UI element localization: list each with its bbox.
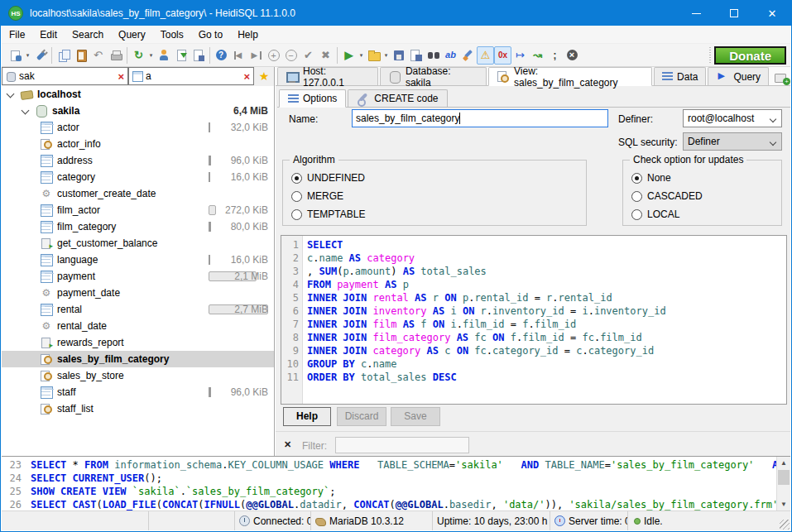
donate-button[interactable]: Donate xyxy=(714,46,786,65)
expand-chevron-icon[interactable] xyxy=(22,108,28,114)
sql-security-combobox[interactable]: Definer xyxy=(683,132,782,151)
clear-table-filter-icon[interactable]: × xyxy=(116,70,126,83)
algorithm-radio-undefined[interactable]: UNDEFINED xyxy=(291,172,365,184)
disconnect-icon[interactable] xyxy=(31,46,49,65)
close-filter-icon[interactable]: ✕ xyxy=(284,439,291,450)
tree-item-film_category[interactable]: film_category80,0 KiB xyxy=(2,218,274,235)
undo-icon[interactable]: ↶ xyxy=(89,46,107,65)
tab-query[interactable]: Query xyxy=(708,67,769,85)
save-sql-icon[interactable] xyxy=(390,46,407,65)
menu-item-query[interactable]: Query xyxy=(111,26,153,43)
tree-item-payment_date[interactable]: ⚙payment_date xyxy=(2,285,274,301)
tree-item-staff_list[interactable]: staff_list xyxy=(2,400,274,417)
scroll-up-icon[interactable]: ▲ xyxy=(777,457,790,469)
scroll-down-icon[interactable]: ▼ xyxy=(777,498,790,510)
tree-item-staff[interactable]: staff96,0 KiB xyxy=(2,384,274,400)
tab-data[interactable]: Data xyxy=(654,67,706,85)
help-icon[interactable] xyxy=(213,46,230,65)
table-filter-input[interactable]: sak × xyxy=(2,67,128,85)
execute-sql-icon[interactable]: ▶ xyxy=(340,46,358,65)
load-sql-file-dropdown-icon[interactable]: ▾ xyxy=(382,52,390,59)
log-scrollbar[interactable]: ▲ ▼ xyxy=(776,457,790,510)
reconnect-icon[interactable]: ↝ xyxy=(529,46,546,65)
algorithm-radio-merge[interactable]: MERGE xyxy=(291,190,343,202)
tree-item-actor_info[interactable]: actor_info xyxy=(2,136,274,152)
algorithm-radio-temptable[interactable]: TEMPTABLE xyxy=(291,208,365,220)
save-button[interactable]: Save xyxy=(391,407,440,426)
go-first-icon[interactable] xyxy=(230,46,247,65)
definer-combobox[interactable]: root@localhost xyxy=(683,109,782,127)
view-name-input[interactable]: sales_by_film_category xyxy=(352,109,608,127)
menu-item-search[interactable]: Search xyxy=(65,26,111,43)
tree-item-localhost[interactable]: localhost xyxy=(2,86,274,103)
tree-item-language[interactable]: language16,0 KiB xyxy=(2,252,274,268)
menu-item-edit[interactable]: Edit xyxy=(32,26,65,43)
bind-params-icon[interactable]: ⚠ xyxy=(477,46,494,65)
close-button[interactable]: ✕ xyxy=(753,1,791,26)
minimize-button[interactable] xyxy=(677,1,715,26)
replace-text-icon[interactable]: ab xyxy=(442,46,459,65)
session-manager-dropdown-icon[interactable]: ▾ xyxy=(24,52,31,59)
export-database-icon[interactable] xyxy=(172,46,190,65)
next-result-icon[interactable]: ↦ xyxy=(511,46,529,65)
menu-item-tools[interactable]: Tools xyxy=(153,26,191,43)
menu-item-file[interactable]: File xyxy=(2,26,32,43)
copy-icon[interactable] xyxy=(55,46,72,65)
check-option-radio-none[interactable]: None xyxy=(631,172,671,184)
reformat-sql-icon[interactable] xyxy=(459,46,477,65)
tree-item-address[interactable]: address96,0 KiB xyxy=(2,152,274,169)
tree-item-customer_create_date[interactable]: ⚙customer_create_date xyxy=(2,185,274,202)
delete-row-icon[interactable] xyxy=(282,46,300,65)
stop-query-icon[interactable] xyxy=(564,46,581,65)
discard-button[interactable]: Discard xyxy=(337,407,386,426)
tree-item-payment[interactable]: payment2,1 MiB xyxy=(2,268,274,285)
tree-item-sakila[interactable]: sakila6,4 MiB xyxy=(2,103,274,119)
tree-item-sales_by_film_category[interactable]: sales_by_film_category xyxy=(2,351,274,367)
column-filter-input[interactable]: a × xyxy=(128,67,254,85)
tree-item-actor[interactable]: actor32,0 KiB xyxy=(2,119,274,136)
new-query-tab-icon[interactable] xyxy=(774,72,790,85)
maximize-button[interactable] xyxy=(715,1,753,26)
refresh-icon[interactable]: ↻ xyxy=(130,46,147,65)
clear-column-filter-icon[interactable]: × xyxy=(242,70,252,83)
check-option-radio-cascaded[interactable]: CASCADED xyxy=(631,190,703,202)
cancel-editing-icon[interactable]: ✖ xyxy=(317,46,334,65)
session-manager-icon[interactable] xyxy=(7,46,24,65)
delimiter-icon[interactable]: ; xyxy=(546,46,564,65)
filter-input[interactable] xyxy=(335,437,469,453)
tree-item-rental_date[interactable]: ⚙rental_date xyxy=(2,318,274,334)
check-option-radio-local[interactable]: LOCAL xyxy=(631,208,679,220)
expand-chevron-icon[interactable] xyxy=(7,91,13,98)
help-button[interactable]: Help xyxy=(283,407,331,426)
resize-grip[interactable] xyxy=(780,520,790,530)
subtab-options[interactable]: Options xyxy=(279,89,346,108)
tab-view-sales-by-film-category[interactable]: View: sales_by_film_category xyxy=(488,67,652,86)
find-text-icon[interactable] xyxy=(425,46,442,65)
tree-item-category[interactable]: category16,0 KiB xyxy=(2,169,274,185)
favorites-star-icon[interactable]: ★ xyxy=(254,67,274,86)
user-manager-icon[interactable] xyxy=(155,46,172,65)
print-icon[interactable] xyxy=(107,46,124,65)
execute-sql-dropdown-icon[interactable]: ▾ xyxy=(358,52,365,59)
save-sql-as-icon[interactable] xyxy=(407,46,425,65)
tab-host-127-0-0-1[interactable]: Host: 127.0.0.1 xyxy=(277,67,378,85)
view-sql-editor[interactable]: 1SELECT2c.name AS category3, SUM(p.amoun… xyxy=(281,235,787,405)
paste-icon[interactable] xyxy=(72,46,89,65)
tab-database-sakila[interactable]: Database: sakila xyxy=(380,67,487,85)
tree-item-sales_by_store[interactable]: sales_by_store xyxy=(2,367,274,384)
refresh-dropdown-icon[interactable]: ▾ xyxy=(147,52,155,59)
subtab-create-code[interactable]: CREATE code xyxy=(348,89,447,107)
snippet-save-icon[interactable] xyxy=(190,46,207,65)
load-sql-file-icon[interactable] xyxy=(365,46,382,65)
blob-as-text-icon[interactable]: 0x xyxy=(494,46,511,65)
go-last-icon[interactable] xyxy=(247,46,265,65)
menu-item-go-to[interactable]: Go to xyxy=(191,26,230,43)
tree-item-rewards_report[interactable]: rewards_report xyxy=(2,334,274,351)
tree-item-get_customer_balance[interactable]: get_customer_balance xyxy=(2,235,274,252)
post-changes-icon[interactable]: ✔ xyxy=(300,46,317,65)
tree-item-rental[interactable]: rental2,7 MiB xyxy=(2,301,274,318)
menu-item-help[interactable]: Help xyxy=(230,26,266,43)
scrollbar-thumb[interactable] xyxy=(778,470,790,485)
tree-item-film_actor[interactable]: film_actor272,0 KiB xyxy=(2,202,274,218)
insert-row-icon[interactable] xyxy=(265,46,282,65)
